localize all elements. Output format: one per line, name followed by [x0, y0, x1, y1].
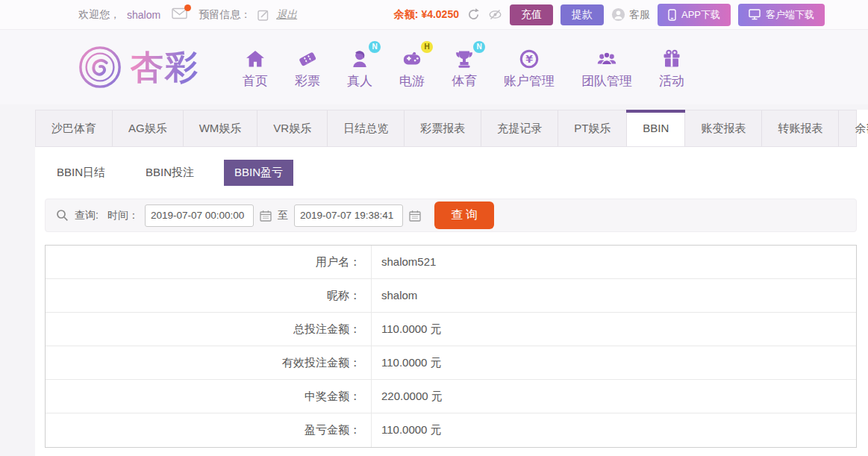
row-value: 110.0000 元: [372, 413, 442, 447]
tab-vr[interactable]: VR娱乐: [257, 110, 328, 146]
calendar-icon-start[interactable]: [260, 210, 272, 222]
tab-bbin[interactable]: BBIN: [627, 110, 685, 146]
row-label: 中奖金额：: [46, 380, 372, 413]
start-time-input[interactable]: [145, 204, 254, 227]
nav-item-promotions[interactable]: 活动: [659, 46, 684, 90]
service-icon: [611, 7, 625, 22]
report-row-valid-bet: 有效投注金额： 110.0000 元: [46, 346, 856, 380]
tab-transfer-report[interactable]: 转账报表: [762, 110, 839, 146]
balance-value: ¥4.0250: [421, 8, 459, 20]
withdraw-button[interactable]: 提款: [561, 4, 604, 25]
site-logo[interactable]: 杏彩: [77, 44, 199, 90]
row-label: 用户名：: [46, 246, 372, 278]
topbar: 欢迎您，shalom 预留信息： 退出 余额: ¥4.0250 充值 提款 客服: [0, 0, 868, 30]
query-submit-button[interactable]: 查 询: [434, 202, 494, 229]
refresh-icon[interactable]: [466, 7, 481, 22]
balance: 余额: ¥4.0250: [394, 8, 459, 22]
nav-item-sports[interactable]: N 体育: [452, 46, 477, 90]
tab-ag[interactable]: AG娱乐: [113, 110, 184, 146]
time-label: 时间：: [107, 209, 139, 222]
bbin-subtabs: BBIN日结 BBIN投注 BBIN盈亏: [35, 147, 868, 196]
row-value: shalom: [372, 279, 417, 312]
ticket-icon: [296, 46, 319, 69]
tab-lottery-report[interactable]: 彩票报表: [405, 110, 481, 146]
row-label: 盈亏金额：: [46, 413, 372, 447]
subtab-bbin-bets[interactable]: BBIN投注: [135, 160, 204, 186]
tab-account-change-report[interactable]: 账变报表: [685, 110, 762, 146]
main-content: 沙巴体育 AG娱乐 WM娱乐 VR娱乐 日结总览 彩票报表 充提记录 PT娱乐 …: [35, 110, 868, 456]
client-download-button[interactable]: 客户端下载: [738, 4, 825, 26]
report-row-username: 用户名： shalom521: [46, 246, 856, 279]
phone-icon: [668, 9, 676, 21]
tab-saba-sports[interactable]: 沙巴体育: [36, 110, 113, 146]
nav-item-live[interactable]: N 真人: [347, 46, 372, 90]
logo-emblem: [77, 44, 123, 90]
tab-balance-query[interactable]: 余额查询: [839, 110, 868, 146]
query-label: 查询:: [75, 209, 99, 222]
site-header: 杏彩 首页 彩票 N 真人 H 电游: [0, 30, 868, 104]
team-icon: [595, 46, 619, 69]
query-bar: 查询: 时间： 至 查 询: [45, 199, 857, 232]
nav-item-team[interactable]: 团队管理: [581, 46, 632, 90]
welcome-text: 欢迎您，: [78, 8, 120, 22]
gamepad-icon: H: [401, 46, 423, 69]
recharge-button[interactable]: 充值: [510, 4, 553, 25]
tab-daily-summary[interactable]: 日结总览: [328, 110, 405, 146]
svg-text:¥: ¥: [525, 53, 533, 65]
row-value: 110.0000 元: [372, 313, 442, 346]
tab-deposit-withdraw-record[interactable]: 充提记录: [481, 110, 558, 146]
notification-dot: [184, 4, 191, 11]
profit-loss-report: 用户名： shalom521 昵称： shalom 总投注金额： 110.000…: [45, 245, 857, 448]
logout-link[interactable]: 退出: [276, 8, 297, 22]
badge-n: N: [473, 41, 485, 53]
username: shalom: [127, 9, 160, 21]
tab-wm[interactable]: WM娱乐: [184, 110, 258, 146]
home-icon: [244, 46, 266, 69]
service-label: 客服: [629, 8, 650, 22]
customer-service[interactable]: 客服: [611, 7, 650, 22]
row-value: 110.0000 元: [372, 346, 442, 379]
report-tabs: 沙巴体育 AG娱乐 WM娱乐 VR娱乐 日结总览 彩票报表 充提记录 PT娱乐 …: [35, 110, 857, 147]
report-row-nickname: 昵称： shalom: [46, 279, 856, 313]
nav-item-lottery[interactable]: 彩票: [295, 46, 320, 90]
row-value: 220.0000 元: [372, 380, 443, 413]
logo-text: 杏彩: [131, 46, 199, 90]
badge-h: H: [421, 41, 433, 53]
gift-icon: [661, 46, 683, 69]
main-nav: 首页 彩票 N 真人 H 电游 N 体育: [243, 46, 684, 90]
badge-n: N: [369, 41, 381, 53]
tab-pt[interactable]: PT娱乐: [558, 110, 627, 146]
to-label: 至: [278, 209, 288, 222]
row-label: 昵称：: [46, 279, 372, 312]
report-row-winnings: 中奖金额： 220.0000 元: [46, 380, 856, 413]
app-download-button[interactable]: APP下载: [658, 4, 731, 26]
report-row-profit-loss: 盈亏金额： 110.0000 元: [46, 413, 856, 447]
mail-icon[interactable]: [172, 7, 187, 22]
live-dealer-icon: N: [349, 46, 371, 69]
row-label: 总投注金额：: [46, 313, 372, 346]
end-time-input[interactable]: [294, 204, 403, 227]
row-value: shalom521: [372, 246, 436, 278]
search-icon: [56, 209, 69, 222]
edit-icon[interactable]: [257, 9, 269, 21]
reserved-info-label: 预留信息：: [199, 8, 251, 22]
trophy-icon: N: [453, 46, 475, 69]
eye-off-icon[interactable]: [488, 9, 502, 20]
subtab-bbin-profit-loss[interactable]: BBIN盈亏: [224, 160, 293, 186]
report-row-total-bet: 总投注金额： 110.0000 元: [46, 313, 856, 346]
coin-icon: ¥: [518, 46, 540, 69]
nav-item-egames[interactable]: H 电游: [399, 46, 425, 90]
monitor-icon: [749, 9, 761, 20]
nav-item-home[interactable]: 首页: [243, 46, 268, 90]
subtab-bbin-daily[interactable]: BBIN日结: [46, 160, 116, 186]
row-label: 有效投注金额：: [46, 346, 372, 379]
nav-item-account[interactable]: ¥ 账户管理: [504, 46, 555, 90]
calendar-icon-end[interactable]: [409, 210, 421, 222]
